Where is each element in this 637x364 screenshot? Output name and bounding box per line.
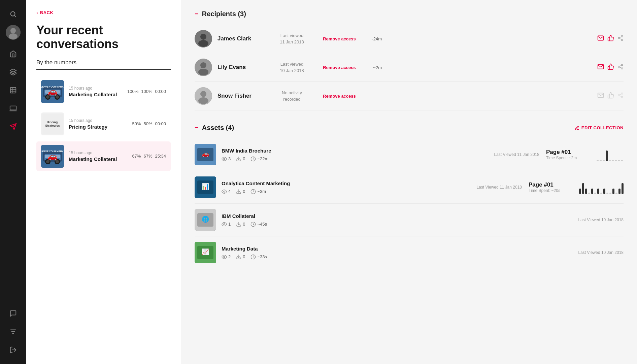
svg-line-61 (619, 94, 621, 95)
conv-time: 15 hours ago (69, 151, 127, 155)
asset-time-spent: Time Spent: ~2m (546, 156, 590, 160)
chart-bar (615, 193, 617, 194)
chart-bar (591, 189, 593, 194)
conv-stat2: 50% (143, 121, 152, 126)
collapse-recipients-button[interactable]: − (195, 10, 199, 18)
chat-icon[interactable] (6, 306, 21, 321)
asset-last-viewed: Last Viewed 10 Jan 2018 (578, 250, 624, 255)
svg-point-71 (224, 191, 225, 192)
recipient-avatar (195, 59, 212, 76)
email-icon[interactable] (597, 63, 604, 72)
assets-header: − Assets (4) EDIT COLLECTION (195, 124, 624, 132)
avatar[interactable] (6, 25, 21, 40)
recipient-row: Snow Fisher No activity recorded Remove … (195, 82, 624, 110)
layers-icon[interactable] (6, 65, 21, 79)
conv-stat1: 67% (132, 154, 141, 159)
asset-downloads: 0 (236, 222, 245, 227)
chart-bar (606, 193, 608, 194)
chart-bar (600, 193, 602, 194)
asset-stats: 2 0 ~33s (222, 254, 573, 260)
chart-bar (606, 151, 608, 161)
asset-downloads: 0 (236, 189, 245, 194)
recipient-actions (597, 63, 624, 72)
section-subtitle: By the numbers (36, 59, 171, 66)
assets-section-header: − Assets (4) (195, 124, 234, 132)
svg-point-4 (9, 33, 18, 39)
collapse-assets-button[interactable]: − (195, 124, 199, 132)
chart-bar (612, 160, 614, 161)
left-panel: ‹ BACK Your recent conversations By the … (26, 0, 181, 364)
asset-row: 🚗 BMW India Brochure 3 (195, 138, 624, 171)
svg-line-1 (14, 15, 16, 17)
svg-marker-5 (10, 69, 16, 72)
document-icon[interactable] (6, 83, 21, 98)
chart-bar (609, 193, 611, 194)
conv-name: Pricing Strategy (69, 124, 127, 130)
conversation-item[interactable]: LEAVE YOUR MARK. 15 hours ago Marketing … (36, 77, 171, 106)
filters-icon[interactable] (6, 324, 21, 339)
search-icon[interactable] (6, 7, 21, 22)
svg-point-48 (198, 69, 208, 75)
conversation-item[interactable]: LEAVE YOUR MARK. 15 hours ago Marketing … (36, 141, 171, 171)
asset-downloads-count: 0 (243, 156, 245, 161)
share-icon[interactable] (617, 35, 624, 42)
recipient-row: Lily Evans Last viewed 10 Jan 2018 Remov… (195, 53, 624, 82)
svg-point-65 (224, 158, 225, 160)
recipient-viewed: Last viewed 11 Jan 2018 (270, 32, 314, 45)
home-icon[interactable] (6, 46, 21, 61)
svg-point-47 (200, 62, 206, 68)
remove-access-button[interactable]: Remove access (319, 94, 360, 99)
last-viewed-date: recorded (270, 96, 314, 103)
conv-time: 15 hours ago (69, 86, 123, 91)
conv-time: 15 hours ago (69, 118, 127, 123)
asset-time-value: ~3m (257, 189, 266, 194)
recipients-list: James Clark Last viewed 11 Jan 2018 Remo… (195, 25, 624, 110)
asset-time-value: ~33s (257, 254, 267, 259)
recipients-title: Recipients (3) (202, 10, 246, 18)
asset-views-count: 3 (228, 156, 231, 161)
svg-point-83 (224, 256, 225, 258)
asset-stats: 3 0 ~22m (222, 156, 489, 162)
last-viewed-label: Last viewed (270, 61, 314, 68)
thumbsup-icon[interactable] (607, 35, 614, 43)
remove-access-button[interactable]: Remove access (319, 36, 360, 41)
svg-rect-10 (10, 106, 16, 110)
svg-text:LEAVE YOUR MARK.: LEAVE YOUR MARK. (41, 86, 64, 88)
recipient-name: James Clark (217, 35, 265, 42)
recipient-row: James Clark Last viewed 11 Jan 2018 Remo… (195, 25, 624, 53)
chart-bar (622, 183, 624, 194)
logout-icon[interactable] (6, 342, 21, 357)
recipient-viewed: Last viewed 10 Jan 2018 (270, 61, 314, 74)
svg-point-22 (46, 95, 49, 99)
asset-info-right: Last Viewed 11 Jan 2018 Page #01 Time Sp… (476, 180, 624, 194)
asset-info-block: BMW India Brochure 3 0 (222, 148, 489, 162)
thumbsup-icon[interactable] (607, 63, 614, 72)
back-button[interactable]: ‹ BACK (36, 10, 171, 15)
conv-stats: 100% 100% 00:00 (127, 89, 166, 94)
conversation-list: LEAVE YOUR MARK. 15 hours ago Marketing … (36, 77, 171, 171)
conv-info: 15 hours ago Marketing Collateral (69, 151, 127, 162)
asset-stats: 4 0 ~3m (222, 189, 471, 194)
asset-downloads-count: 0 (243, 189, 245, 194)
svg-line-53 (619, 65, 621, 66)
conv-info: 15 hours ago Marketing Collateral (69, 86, 123, 97)
last-viewed-label: Last viewed (270, 32, 314, 39)
back-label: BACK (40, 10, 54, 15)
email-icon[interactable] (597, 35, 604, 43)
conversation-item[interactable]: Pricing Strategies 15 hours ago Pricing … (36, 109, 171, 139)
asset-views: 1 (222, 222, 231, 227)
svg-line-60 (619, 96, 621, 97)
asset-chart (579, 180, 624, 194)
chart-bar (615, 160, 617, 161)
send-icon[interactable] (6, 119, 21, 134)
conv-stat1: 100% (127, 89, 138, 94)
laptop-icon[interactable] (6, 101, 21, 116)
asset-views: 3 (222, 156, 231, 162)
recipients-section: − Recipients (3) James Clark Last viewed… (195, 10, 624, 110)
edit-collection-button[interactable]: EDIT COLLECTION (575, 125, 624, 130)
svg-line-52 (619, 67, 621, 68)
remove-access-button[interactable]: Remove access (319, 65, 360, 70)
asset-views-count: 1 (228, 222, 231, 227)
svg-point-77 (224, 224, 225, 225)
share-icon[interactable] (617, 64, 624, 71)
